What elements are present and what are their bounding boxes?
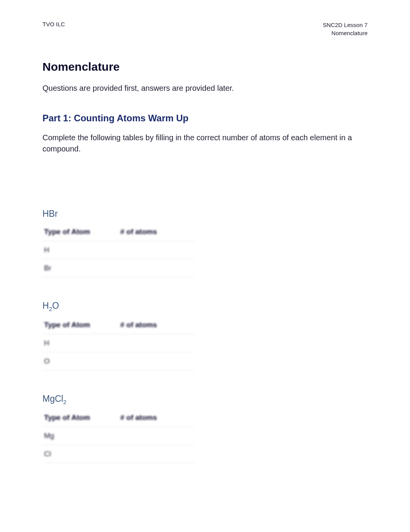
table-header-num: # of atoms <box>119 316 195 334</box>
header-right-line1: SNC2D Lesson 7 <box>323 21 368 29</box>
table-header-type: Type of Atom <box>42 316 119 334</box>
table-header-type: Type of Atom <box>42 223 119 241</box>
page-header: TVO ILC SNC2D Lesson 7 Nomenclature <box>42 21 368 37</box>
table-row: O <box>42 352 195 371</box>
atom-count-cell[interactable] <box>119 334 195 352</box>
compound-block: MgCl2Type of Atom# of atomsMgCl <box>42 394 368 464</box>
compound-name: H2O <box>42 301 368 312</box>
atom-count-cell[interactable] <box>119 445 195 463</box>
intro-text: Questions are provided first, answers ar… <box>42 83 368 93</box>
header-right-line2: Nomenclature <box>323 29 368 37</box>
atom-type-cell: Mg <box>42 427 119 445</box>
table-row: Mg <box>42 427 195 445</box>
atom-count-cell[interactable] <box>119 427 195 445</box>
table-row: Cl <box>42 445 195 463</box>
compounds-container: HBrType of Atom# of atomsHBrH2OType of A… <box>42 209 368 463</box>
atom-count-cell[interactable] <box>119 352 195 371</box>
atom-table: Type of Atom# of atomsHBr <box>42 223 195 277</box>
section-instructions: Complete the following tables by filling… <box>42 132 368 155</box>
compound-block: HBrType of Atom# of atomsHBr <box>42 209 368 277</box>
table-row: H <box>42 241 195 259</box>
header-left: TVO ILC <box>42 21 65 27</box>
atom-type-cell: H <box>42 241 119 259</box>
table-row: H <box>42 334 195 352</box>
header-right: SNC2D Lesson 7 Nomenclature <box>323 21 368 37</box>
atom-table: Type of Atom# of atomsMgCl <box>42 409 195 463</box>
compound-name: HBr <box>42 209 368 219</box>
compound-name: MgCl2 <box>42 394 368 405</box>
page-title: Nomenclature <box>42 60 368 73</box>
atom-count-cell[interactable] <box>119 259 195 277</box>
atom-type-cell: H <box>42 334 119 352</box>
atom-type-cell: Br <box>42 259 119 277</box>
table-header-type: Type of Atom <box>42 409 119 427</box>
table-header-num: # of atoms <box>119 223 195 241</box>
compound-block: H2OType of Atom# of atomsHO <box>42 301 368 371</box>
table-header-num: # of atoms <box>119 409 195 427</box>
atom-table: Type of Atom# of atomsHO <box>42 316 195 371</box>
table-row: Br <box>42 259 195 277</box>
atom-type-cell: Cl <box>42 445 119 463</box>
atom-count-cell[interactable] <box>119 241 195 259</box>
atom-type-cell: O <box>42 352 119 371</box>
section-title: Part 1: Counting Atoms Warm Up <box>42 113 368 124</box>
